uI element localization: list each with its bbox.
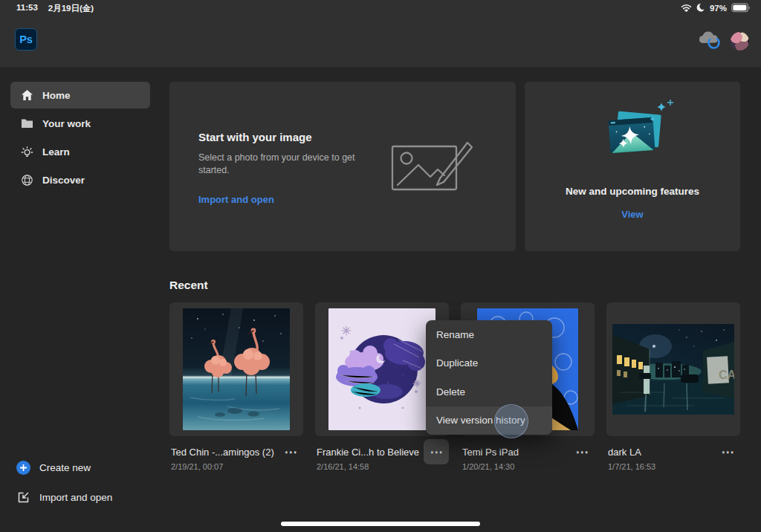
menu-item-rename[interactable]: Rename (426, 320, 552, 349)
sidebar-item-label: Home (42, 90, 71, 101)
import-and-open-label: Import and open (39, 492, 112, 503)
billboard-text: CA (719, 369, 734, 381)
status-bar: 11:53 2月19日(金) 97% (0, 0, 761, 16)
create-new-button[interactable]: Create new (16, 461, 91, 475)
recent-document-ted-chin[interactable] (169, 302, 303, 436)
thumbnail-flamingos (183, 308, 290, 430)
recent-date-dark-la: 1/7/21, 16:53 (608, 462, 655, 471)
menu-item-delete[interactable]: Delete (426, 377, 552, 406)
menu-item-duplicate[interactable]: Duplicate (426, 349, 552, 378)
battery-percent-label: 97% (710, 4, 727, 13)
import-and-open-link[interactable]: Import and open (198, 194, 274, 205)
recent-name-frankie: Frankie Ci...h to Believe (317, 447, 419, 458)
more-options-button-temi[interactable]: ⋯ (569, 439, 595, 464)
recent-date-frankie: 2/16/21, 14:58 (317, 462, 369, 471)
lightbulb-icon (21, 146, 33, 158)
wifi-icon (681, 4, 692, 13)
new-features-title: New and upcoming features (525, 186, 740, 197)
recent-date-ted-chin: 2/19/21, 00:07 (171, 462, 223, 471)
home-icon (21, 89, 33, 102)
create-new-label: Create new (39, 462, 91, 473)
sidebar-item-home[interactable]: Home (10, 82, 150, 108)
recent-name-dark-la: dark LA (608, 447, 641, 458)
document-context-menu: Rename Duplicate Delete View version his… (426, 320, 552, 435)
start-card-content: Start with your image Select a photo fro… (198, 131, 363, 206)
sidebar-item-label: Learn (42, 146, 70, 158)
folder-icon (21, 117, 33, 130)
new-features-view-link[interactable]: View (525, 209, 740, 220)
sidebar-item-discover[interactable]: Discover (10, 166, 150, 193)
image-placeholder-icon (391, 141, 474, 198)
menu-item-view-version-history[interactable]: View version history (426, 406, 552, 435)
home-indicator-bar[interactable] (281, 522, 480, 526)
photoshop-app-logo: Ps (15, 28, 37, 51)
status-left: 11:53 2月19日(金) (16, 3, 94, 14)
new-features-card: New and upcoming features View (525, 82, 740, 251)
more-options-button-ted-chin[interactable]: ⋯ (278, 439, 303, 464)
header-right (696, 30, 749, 53)
more-icon: ⋯ (285, 444, 297, 460)
sidebar-item-your-work[interactable]: Your work (10, 110, 150, 137)
recent-name-ted-chin: Ted Chin -...amingos (2) (171, 447, 274, 458)
clock-date: 2月19日(金) (48, 3, 94, 14)
sidebar-item-label: Your work (42, 118, 91, 129)
account-avatar[interactable] (731, 32, 749, 51)
more-icon: ⋯ (576, 444, 589, 460)
more-options-button-frankie[interactable]: ⋯ (424, 439, 449, 464)
clock-time: 11:53 (16, 3, 38, 14)
new-features-illustration (584, 98, 681, 180)
thumbnail-frankie (328, 308, 435, 430)
thumbnail-dark-la: CA (612, 324, 734, 415)
globe-icon (21, 174, 33, 186)
plus-circle-icon (16, 461, 30, 475)
cloud-sync-icon[interactable] (696, 30, 724, 53)
start-with-image-card: Start with your image Select a photo fro… (169, 82, 516, 251)
import-and-open-button[interactable]: Import and open (16, 490, 112, 505)
start-card-title: Start with your image (198, 131, 363, 143)
sidebar-item-label: Discover (42, 175, 85, 186)
battery-icon (731, 3, 751, 14)
touch-indicator (494, 404, 528, 438)
recent-date-temi: 1/20/21, 14:30 (462, 462, 514, 471)
recent-name-temi: Temi Ps iPad (462, 447, 519, 458)
do-not-disturb-moon-icon (696, 3, 705, 13)
import-icon (16, 490, 30, 505)
recent-document-dark-la[interactable]: CA (606, 302, 740, 436)
photoshop-ipad-home-screen: 11:53 2月19日(金) 97% (0, 0, 761, 532)
start-card-description: Select a photo from your device to get s… (198, 152, 363, 178)
more-options-button-dark-la[interactable]: ⋯ (715, 439, 740, 464)
recent-section-heading: Recent (169, 279, 208, 292)
app-header: 11:53 2月19日(金) 97% (0, 0, 761, 67)
more-icon: ⋯ (722, 444, 734, 460)
more-icon: ⋯ (430, 444, 443, 460)
sidebar-item-learn[interactable]: Learn (10, 138, 150, 165)
status-right: 97% (681, 3, 751, 14)
